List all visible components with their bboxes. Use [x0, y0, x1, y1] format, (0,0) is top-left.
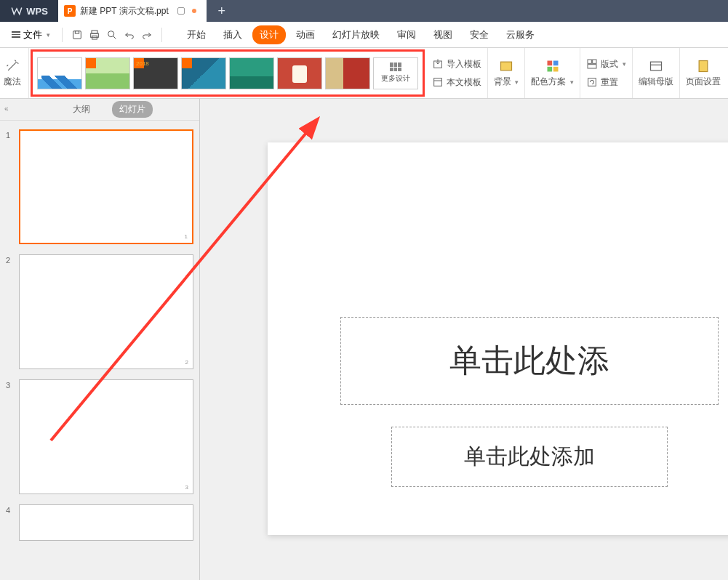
page-setup-icon — [695, 58, 711, 74]
save-icon[interactable] — [70, 28, 84, 42]
slide-thumbnail[interactable]: 3 — [19, 379, 193, 494]
background-group[interactable]: 背景 ▾ — [488, 48, 525, 98]
slide-panel: « 大纲 幻灯片 1 1 2 2 3 3 4 — [0, 99, 200, 580]
thumb-page-number: 1 — [185, 233, 188, 240]
svg-rect-2 — [92, 31, 97, 33]
tab-cloud[interactable]: 云服务 — [499, 25, 542, 44]
import-template-button[interactable]: 导入模板 — [432, 57, 481, 72]
more-designs-label: 更多设计 — [381, 73, 410, 84]
app-name: WPS — [26, 6, 48, 17]
fire-badge-icon — [182, 58, 192, 68]
color-scheme-icon — [545, 58, 561, 74]
print-preview-icon[interactable] — [105, 28, 119, 42]
reset-icon — [586, 76, 598, 88]
new-tab-button[interactable]: + — [211, 0, 233, 22]
slide-number: 2 — [6, 254, 19, 369]
ribbon: 魔法 2018 更多设计 导入模板 本文模板 背景 ▾ 配色方案 ▾ — [0, 48, 728, 99]
svg-rect-9 — [547, 61, 552, 66]
slide-item[interactable]: 1 1 — [6, 129, 193, 244]
outline-tab[interactable]: 大纲 — [65, 101, 97, 118]
slide-thumbnail[interactable]: 1 — [19, 129, 193, 244]
grid-icon — [390, 63, 401, 71]
template-thumb-2[interactable] — [85, 57, 130, 89]
edit-master-label: 编辑母版 — [639, 76, 673, 88]
tab-insert[interactable]: 插入 — [216, 25, 249, 44]
template-gallery: 2018 更多设计 — [31, 49, 425, 97]
file-menu-button[interactable]: 文件 ▾ — [7, 28, 55, 41]
magic-group[interactable]: 魔法 — [0, 48, 29, 98]
svg-rect-16 — [588, 78, 596, 86]
reset-button[interactable]: 重置 — [586, 75, 626, 90]
svg-rect-11 — [547, 67, 552, 72]
svg-rect-17 — [650, 62, 661, 71]
slide-canvas[interactable]: 单击此处添 单击此处添加 — [268, 142, 728, 535]
layout-label: 版式 — [601, 58, 618, 71]
svg-rect-10 — [553, 61, 558, 66]
template-icon — [432, 76, 444, 88]
slide-item[interactable]: 3 3 — [6, 379, 193, 494]
tab-slideshow[interactable]: 幻灯片放映 — [325, 25, 387, 44]
slide-thumbnail[interactable] — [19, 504, 193, 541]
background-icon — [498, 58, 514, 74]
template-thumb-1[interactable] — [37, 57, 82, 89]
print-icon[interactable] — [87, 28, 102, 42]
template-thumb-6[interactable] — [277, 57, 322, 89]
slides-tab[interactable]: 幻灯片 — [112, 101, 153, 118]
tab-security[interactable]: 安全 — [463, 25, 496, 44]
page-setup-label: 页面设置 — [686, 76, 721, 88]
more-designs-button[interactable]: 更多设计 — [373, 57, 418, 89]
magic-wand-icon — [4, 58, 20, 74]
reset-label: 重置 — [601, 76, 618, 89]
divider — [62, 28, 63, 42]
file-label: 文件 — [23, 28, 42, 41]
redo-icon[interactable] — [140, 28, 154, 42]
title-bar: WPS P 新建 PPT 演示文稿.ppt + — [0, 0, 728, 22]
subtitle-placeholder[interactable]: 单击此处添加 — [391, 427, 668, 487]
tab-view[interactable]: 视图 — [426, 25, 460, 44]
window-indicator-icon[interactable] — [177, 7, 185, 15]
page-setup-group[interactable]: 页面设置 — [680, 48, 727, 98]
edit-master-icon — [648, 58, 664, 74]
tab-design[interactable]: 设计 — [252, 25, 286, 44]
layout-reset-group: 版式 ▾ 重置 — [580, 48, 633, 98]
svg-rect-12 — [553, 67, 558, 72]
template-thumb-7[interactable] — [325, 57, 370, 89]
template-thumb-5[interactable] — [229, 57, 274, 89]
wps-logo[interactable]: WPS — [0, 0, 58, 22]
editor-area[interactable]: 单击此处添 单击此处添加 — [200, 99, 728, 580]
slide-item[interactable]: 4 — [6, 504, 193, 541]
magic-label: 魔法 — [4, 76, 21, 88]
hamburger-icon — [12, 31, 20, 38]
template-thumb-4[interactable] — [181, 57, 226, 89]
status-dot-icon — [192, 9, 196, 13]
tab-review[interactable]: 审阅 — [390, 25, 423, 44]
undo-icon[interactable] — [122, 28, 137, 42]
tab-start[interactable]: 开始 — [180, 25, 213, 44]
svg-rect-18 — [699, 61, 708, 72]
collapse-panel-icon[interactable]: « — [4, 105, 9, 113]
slide-thumbnail[interactable]: 2 — [19, 254, 193, 369]
color-scheme-group[interactable]: 配色方案 ▾ — [525, 48, 580, 98]
svg-rect-0 — [73, 31, 81, 39]
template-import-group: 导入模板 本文模板 — [426, 48, 488, 98]
title-placeholder[interactable]: 单击此处添 — [340, 317, 719, 405]
slide-item[interactable]: 2 2 — [6, 254, 193, 369]
panel-header: « 大纲 幻灯片 — [0, 99, 199, 121]
layout-button[interactable]: 版式 ▾ — [586, 57, 626, 72]
divider — [161, 28, 162, 42]
this-template-button[interactable]: 本文模板 — [432, 75, 481, 90]
layout-icon — [586, 58, 598, 70]
tab-animation[interactable]: 动画 — [289, 25, 322, 44]
slide-list[interactable]: 1 1 2 2 3 3 4 — [0, 121, 199, 580]
template-thumb-3[interactable]: 2018 — [133, 57, 178, 89]
caret-down-icon: ▾ — [47, 31, 50, 39]
import-template-label: 导入模板 — [447, 58, 481, 71]
import-icon — [432, 58, 444, 70]
thumb-page-number: 3 — [185, 484, 188, 491]
svg-rect-13 — [588, 60, 591, 63]
edit-master-group[interactable]: 编辑母版 — [633, 48, 680, 98]
document-tab[interactable]: P 新建 PPT 演示文稿.ppt — [58, 0, 207, 22]
color-scheme-label: 配色方案 ▾ — [531, 76, 573, 88]
document-name: 新建 PPT 演示文稿.ppt — [80, 5, 169, 17]
slide-number: 4 — [6, 504, 19, 541]
